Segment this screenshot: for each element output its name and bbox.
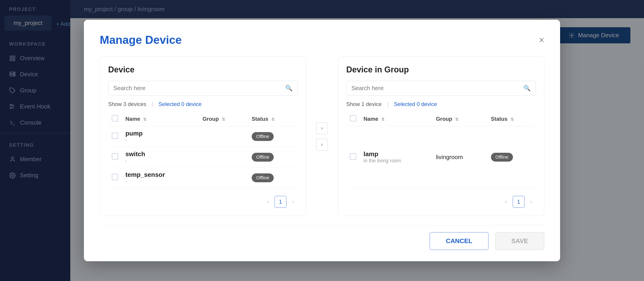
group-device-panel-meta: Show 1 device | Selected 0 device <box>346 101 536 107</box>
device-group-cell-0 <box>199 126 248 147</box>
device-panel-title: Device <box>108 65 298 75</box>
device-name-cell-2: temp_sensor - <box>122 167 199 188</box>
device-panel-meta: Show 3 devices | Selected 0 device <box>108 101 298 107</box>
device-col-name: Name ⇅ <box>122 112 199 126</box>
manage-device-modal: Manage Device × Device 🔍 Show 3 devices … <box>84 20 560 261</box>
table-row: temp_sensor - Offline <box>108 167 298 188</box>
group-name-sort-icon[interactable]: ⇅ <box>381 117 384 122</box>
group-device-show-count: Show 1 device <box>346 101 382 107</box>
group-col-group: Group ⇅ <box>432 112 487 126</box>
device-panel: Device 🔍 Show 3 devices | Selected 0 dev… <box>100 57 306 216</box>
device-group-cell-2 <box>199 167 248 188</box>
device-status-cell-2: Offline <box>248 167 298 188</box>
device-show-count: Show 3 devices <box>108 101 146 107</box>
name-sort-icon[interactable]: ⇅ <box>143 117 146 122</box>
page-number-left[interactable]: 1 <box>274 196 286 208</box>
group-device-pagination: ‹ 1 › <box>346 193 536 208</box>
status-badge: Offline <box>252 173 274 182</box>
device-row-checkbox-1[interactable] <box>112 153 118 160</box>
prev-page-button-left[interactable]: ‹ <box>263 197 272 206</box>
group-col-name: Name ⇅ <box>360 112 432 126</box>
transfer-column: › ‹ <box>313 57 331 216</box>
device-selected-label[interactable]: Selected 0 device <box>158 101 201 107</box>
table-row: pump - Offline <box>108 126 298 147</box>
move-right-button[interactable]: › <box>316 122 328 134</box>
device-table: Name ⇅ Group ⇅ Status ⇅ <box>108 112 298 188</box>
move-left-button[interactable]: ‹ <box>316 139 328 150</box>
group-device-panel-title: Device in Group <box>346 65 536 75</box>
device-status-cell-0: Offline <box>248 126 298 147</box>
status-badge: Offline <box>252 132 274 141</box>
device-group-cell-1 <box>199 147 248 167</box>
device-col-status: Status ⇅ <box>248 112 298 126</box>
device-row-checkbox-0[interactable] <box>112 133 118 139</box>
group-device-row-checkbox-0[interactable] <box>350 153 356 160</box>
next-page-button-left[interactable]: › <box>289 197 298 206</box>
group-device-meta-divider: | <box>387 101 388 107</box>
save-button[interactable]: SAVE <box>495 232 544 250</box>
group-status-sort-icon[interactable]: ⇅ <box>510 117 514 122</box>
group-sort-icon[interactable]: ⇅ <box>222 117 225 122</box>
modal-header: Manage Device × <box>100 33 544 47</box>
device-row-checkbox-2[interactable] <box>112 174 118 180</box>
group-device-search-box[interactable]: 🔍 <box>346 81 536 96</box>
modal-close-button[interactable]: × <box>539 36 544 45</box>
device-name-cell-1: switch - <box>122 147 199 167</box>
group-device-name-cell-0: lamp in the living room <box>360 126 432 188</box>
table-row: lamp in the living room livingroom Offli… <box>346 126 536 188</box>
device-pagination: ‹ 1 › <box>108 193 298 208</box>
group-device-selected-label[interactable]: Selected 0 device <box>394 101 437 107</box>
status-badge: Offline <box>252 153 274 162</box>
device-col-group: Group ⇅ <box>199 112 248 126</box>
group-device-group-cell-0: livingroom <box>432 126 487 188</box>
status-sort-icon[interactable]: ⇅ <box>271 117 274 122</box>
device-name-cell-0: pump - <box>122 126 199 147</box>
group-device-status-cell-0: Offline <box>487 126 536 188</box>
device-search-input[interactable] <box>114 85 285 92</box>
cancel-button[interactable]: CANCEL <box>430 232 488 250</box>
status-badge: Offline <box>491 153 513 162</box>
device-meta-divider: | <box>152 101 153 107</box>
device-status-cell-1: Offline <box>248 147 298 167</box>
modal-title: Manage Device <box>100 33 182 47</box>
group-device-panel: Device in Group 🔍 Show 1 device | Select… <box>338 57 544 216</box>
prev-page-button-right[interactable]: ‹ <box>501 197 510 206</box>
table-row: switch - Offline <box>108 147 298 167</box>
select-all-group-device-checkbox[interactable] <box>350 115 356 121</box>
select-all-device-checkbox[interactable] <box>112 115 118 121</box>
group-device-table: Name ⇅ Group ⇅ Status ⇅ <box>346 112 536 188</box>
page-number-right[interactable]: 1 <box>513 196 524 208</box>
search-icon-left: 🔍 <box>285 85 292 92</box>
next-page-button-right[interactable]: › <box>527 197 536 206</box>
modal-footer: CANCEL SAVE <box>100 225 544 250</box>
device-search-box[interactable]: 🔍 <box>108 81 298 96</box>
search-icon-right: 🔍 <box>523 85 530 92</box>
group-col-status: Status ⇅ <box>487 112 536 126</box>
group-device-search-input[interactable] <box>352 85 523 92</box>
group-group-sort-icon[interactable]: ⇅ <box>455 117 458 122</box>
modal-body: Device 🔍 Show 3 devices | Selected 0 dev… <box>100 57 544 216</box>
